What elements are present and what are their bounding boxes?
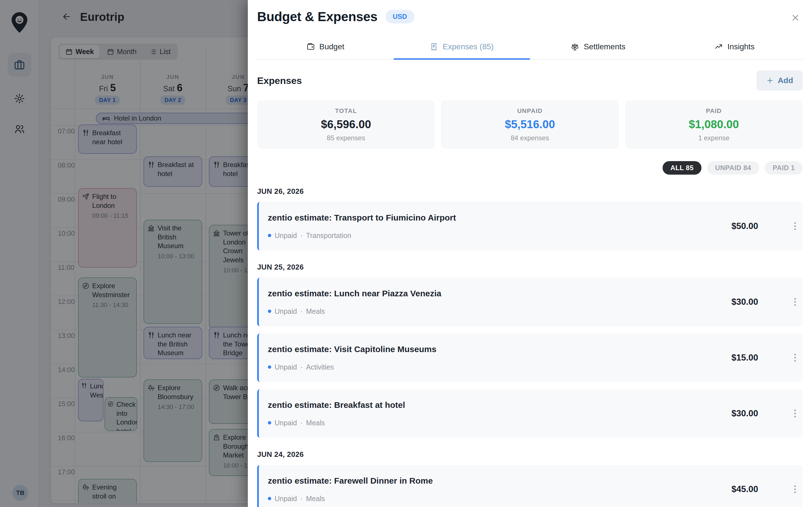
status-separator: · <box>300 363 303 371</box>
summary-subtext: 84 expenses <box>511 134 549 142</box>
expense-title: zentio estimate: Breakfast at hotel <box>268 400 731 410</box>
status-label: Unpaid <box>274 495 297 503</box>
status-dot <box>268 309 271 313</box>
tab-settlements[interactable]: Settlements <box>530 42 666 59</box>
tab-expenses[interactable]: Expenses (85) <box>394 42 530 59</box>
expense-title: zentio estimate: Visit Capitoline Museum… <box>268 344 731 354</box>
add-expense-button[interactable]: Add <box>756 70 803 91</box>
budget-expenses-modal: Budget & Expenses USD Budget Expenses (8… <box>248 0 812 507</box>
expense-status: Unpaid · Meals <box>268 419 731 427</box>
status-label: Unpaid <box>274 363 297 371</box>
summary-subtext: 1 expense <box>698 134 729 142</box>
expense-title: zentio estimate: Farewell Dinner in Rome <box>268 476 731 486</box>
expense-category: Transportation <box>306 231 351 240</box>
expense-row[interactable]: zentio estimate: Breakfast at hotel Unpa… <box>257 389 803 438</box>
summary-label: TOTAL <box>335 107 357 115</box>
expense-amount: $30.00 <box>731 297 758 307</box>
expense-status: Unpaid · Meals <box>268 495 731 503</box>
close-icon <box>791 13 800 22</box>
tab-insights[interactable]: Insights <box>666 42 803 59</box>
tab-label: Settlements <box>583 42 625 51</box>
tab-label: Budget <box>319 42 345 51</box>
modal-tabs: Budget Expenses (85) Settlements Insight… <box>257 42 803 60</box>
receipt-icon <box>430 43 438 51</box>
summary-amount: $6,596.00 <box>321 118 371 131</box>
expense-row[interactable]: zentio estimate: Transport to Fiumicino … <box>257 202 803 250</box>
status-separator: · <box>300 419 303 427</box>
summary-card-unpaid: UNPAID $5,516.00 84 expenses <box>441 100 619 149</box>
scale-icon <box>571 43 579 51</box>
add-button-label: Add <box>778 76 793 85</box>
summary-card-total: TOTAL $6,596.00 85 expenses <box>257 100 435 149</box>
kebab-menu-icon[interactable] <box>794 357 796 358</box>
status-separator: · <box>300 307 303 316</box>
summary-label: UNPAID <box>517 107 543 115</box>
expense-category: Activities <box>306 363 334 371</box>
tab-budget[interactable]: Budget <box>257 42 394 59</box>
filter-paid[interactable]: PAID 1 <box>765 161 803 175</box>
expense-amount: $15.00 <box>731 353 758 363</box>
tab-label: Insights <box>727 42 755 51</box>
expense-amount: $45.00 <box>731 484 758 494</box>
kebab-menu-icon[interactable] <box>794 225 796 227</box>
expense-category: Meals <box>306 307 325 316</box>
status-dot <box>268 365 271 369</box>
expense-status: Unpaid · Meals <box>268 307 731 316</box>
expense-group-date: JUN 26, 2026 <box>257 187 803 196</box>
summary-amount: $1,080.00 <box>689 118 739 131</box>
status-dot <box>268 234 271 237</box>
filter-unpaid[interactable]: UNPAID 84 <box>707 161 759 175</box>
summary-subtext: 85 expenses <box>327 134 365 142</box>
expense-category: Meals <box>306 419 325 427</box>
trend-up-icon <box>714 43 723 51</box>
expense-status: Unpaid · Activities <box>268 363 731 371</box>
currency-badge: USD <box>386 10 414 23</box>
status-dot <box>268 421 271 425</box>
summary-card-paid: PAID $1,080.00 1 expense <box>625 100 803 149</box>
expense-row[interactable]: zentio estimate: Farewell Dinner in Rome… <box>257 465 803 507</box>
status-separator: · <box>300 495 303 503</box>
section-title: Expenses <box>257 75 302 86</box>
expense-category: Meals <box>306 495 325 503</box>
expense-status: Unpaid · Transportation <box>268 231 731 240</box>
summary-amount: $5,516.00 <box>505 118 555 131</box>
modal-title: Budget & Expenses <box>257 9 377 24</box>
filter-all[interactable]: ALL 85 <box>663 161 702 175</box>
kebab-menu-icon[interactable] <box>794 413 796 414</box>
status-separator: · <box>300 231 303 240</box>
status-label: Unpaid <box>274 307 297 316</box>
wallet-icon <box>306 43 315 51</box>
status-label: Unpaid <box>274 419 297 427</box>
expense-group-date: JUN 24, 2026 <box>257 450 803 459</box>
expense-title: zentio estimate: Lunch near Piazza Venez… <box>268 289 731 298</box>
status-label: Unpaid <box>274 231 297 240</box>
expense-row[interactable]: zentio estimate: Lunch near Piazza Venez… <box>257 278 803 326</box>
expense-title: zentio estimate: Transport to Fiumicino … <box>268 213 731 223</box>
filter-pills: ALL 85 UNPAID 84 PAID 1 <box>257 161 803 175</box>
close-button[interactable] <box>791 13 801 23</box>
plus-icon <box>766 76 774 84</box>
tab-label: Expenses (85) <box>443 42 494 51</box>
kebab-menu-icon[interactable] <box>794 489 796 490</box>
summary-label: PAID <box>706 107 722 115</box>
expense-amount: $30.00 <box>731 408 758 418</box>
status-dot <box>268 497 271 500</box>
summary-cards: TOTAL $6,596.00 85 expenses UNPAID $5,51… <box>257 100 803 149</box>
expenses-section-header: Expenses Add <box>257 70 803 91</box>
expense-amount: $50.00 <box>731 221 758 231</box>
expense-row[interactable]: zentio estimate: Visit Capitoline Museum… <box>257 334 803 382</box>
kebab-menu-icon[interactable] <box>794 301 796 303</box>
modal-header: Budget & Expenses USD <box>257 9 803 24</box>
expense-group-date: JUN 25, 2026 <box>257 263 803 272</box>
